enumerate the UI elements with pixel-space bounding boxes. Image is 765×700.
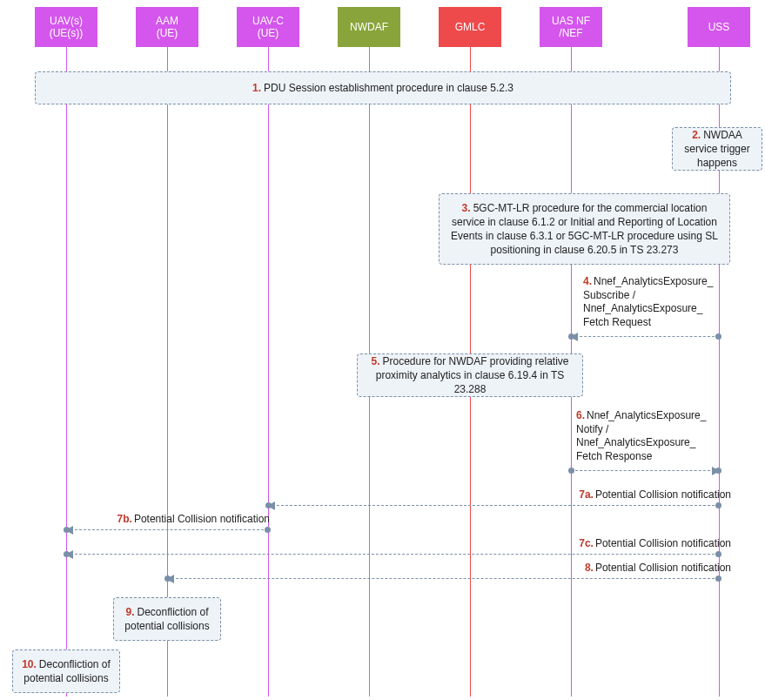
participant-gmlc: GMLC — [439, 7, 501, 47]
msg4-num: 4. — [583, 275, 592, 287]
step1-num: 1. — [252, 82, 261, 94]
step1-box: 1.PDU Session establishment procedure in… — [35, 71, 731, 104]
msg7b-label: 7b.Potential Collision notification — [87, 513, 270, 527]
msg7c-text: Potential Collision notification — [595, 537, 731, 549]
step3-text: 5GC-MT-LR procedure for the commercial l… — [451, 202, 718, 257]
step10-box: 10.Deconfliction of potential collisions — [12, 650, 120, 693]
lifeline-uavc — [268, 47, 269, 697]
msg4-label: 4.Nnef_AnalyticsExposure_Subscribe /Nnef… — [583, 275, 740, 329]
msg7a-line — [268, 505, 719, 506]
participant-uavc: UAV-C(UE) — [237, 7, 299, 47]
participant-uavc-label: UAV-C(UE) — [252, 15, 284, 40]
lifeline-uav — [66, 47, 67, 697]
participant-gmlc-label: GMLC — [455, 21, 486, 33]
step5-box: 5.Procedure for NWDAF providing relative… — [357, 353, 583, 397]
msg8-line — [167, 578, 719, 579]
msg6-num: 6. — [576, 409, 585, 421]
msg7c-line — [66, 554, 719, 555]
step9-text: Deconfliction of potential collisions — [124, 606, 209, 632]
msg4-text: Nnef_AnalyticsExposure_Subscribe /Nnef_A… — [583, 275, 713, 328]
step10-num: 10. — [22, 658, 37, 670]
msg7c-num: 7c. — [579, 537, 594, 549]
step9-box: 9.Deconfliction of potential collisions — [113, 597, 221, 641]
participant-uav-label: UAV(s)(UE(s)) — [50, 15, 84, 40]
msg7c-label: 7c.Potential Collision notification — [540, 537, 731, 551]
msg7a-label: 7a.Potential Collision notification — [540, 488, 731, 502]
msg6-label: 6.Nnef_AnalyticsExposure_Notify /Nnef_An… — [576, 409, 733, 463]
msg7a-num: 7a. — [579, 488, 594, 501]
participant-uasnf-label: UAS NF/NEF — [552, 15, 590, 40]
msg8-num: 8. — [585, 562, 594, 574]
msg7b-num: 7b. — [117, 513, 132, 525]
participant-aam-label: AAM(UE) — [156, 15, 178, 40]
step2-num: 2. — [692, 129, 701, 141]
msg6-text: Nnef_AnalyticsExposure_Notify /Nnef_Anal… — [576, 409, 706, 462]
msg4-line — [571, 336, 719, 337]
sequence-diagram: UAV(s)(UE(s)) AAM(UE) UAV-C(UE) NWDAF GM… — [0, 0, 765, 700]
msg7a-text: Potential Collision notification — [595, 488, 731, 501]
step5-num: 5. — [371, 355, 379, 367]
step9-num: 9. — [125, 606, 134, 618]
msg8-label: 8.Potential Collision notification — [548, 562, 731, 575]
step2-box: 2.NWDAA service trigger happens — [672, 127, 762, 171]
step3-box: 3.5GC-MT-LR procedure for the commercial… — [439, 193, 730, 265]
step10-text: Deconfliction of potential collisions — [23, 658, 111, 684]
step3-num: 3. — [462, 202, 471, 214]
participant-uasnf: UAS NF/NEF — [540, 7, 602, 47]
msg6-line — [571, 470, 719, 471]
msg8-text: Potential Collision notification — [595, 562, 731, 574]
msg7b-line — [66, 529, 268, 530]
participant-nwdaf: NWDAF — [338, 7, 400, 47]
msg7b-text: Potential Collision notification — [134, 513, 270, 525]
step1-text: PDU Session establishment procedure in c… — [264, 82, 513, 94]
participant-aam: AAM(UE) — [136, 7, 198, 47]
participant-uss: USS — [688, 7, 750, 47]
participant-nwdaf-label: NWDAF — [350, 21, 388, 33]
participant-uss-label: USS — [708, 21, 730, 33]
step5-text: Procedure for NWDAF providing relative p… — [376, 355, 569, 395]
participant-uav: UAV(s)(UE(s)) — [35, 7, 97, 47]
